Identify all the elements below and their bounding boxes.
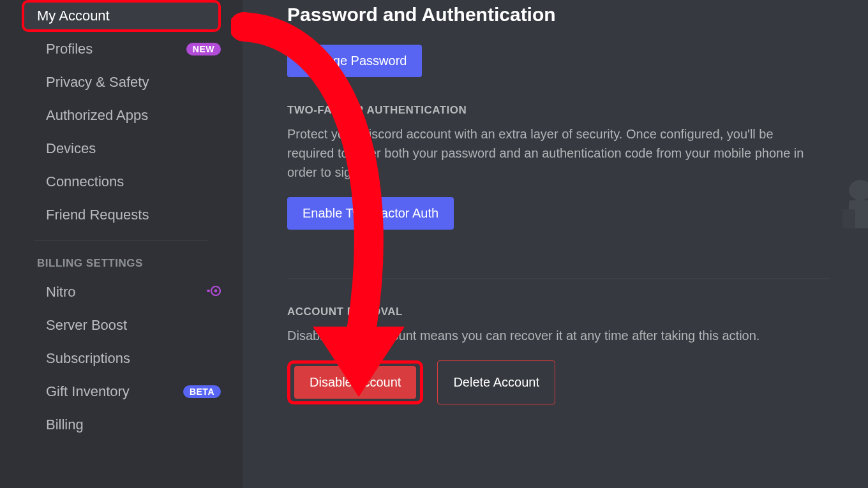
sidebar-item-billing[interactable]: Billing bbox=[9, 409, 234, 441]
svg-rect-2 bbox=[207, 290, 210, 292]
svg-point-3 bbox=[849, 180, 868, 200]
delete-account-button[interactable]: Delete Account bbox=[437, 360, 555, 404]
sidebar-item-profiles[interactable]: Profiles NEW bbox=[9, 33, 234, 65]
two-factor-description: Protect your Discord account with an ext… bbox=[287, 124, 811, 182]
decorative-illustration bbox=[831, 171, 868, 235]
sidebar-item-friend-requests[interactable]: Friend Requests bbox=[9, 199, 234, 231]
sidebar-item-subscriptions[interactable]: Subscriptions bbox=[9, 343, 234, 374]
section-divider bbox=[287, 278, 830, 279]
sidebar-item-label: Authorized Apps bbox=[46, 107, 148, 124]
sidebar-item-label: Subscriptions bbox=[46, 350, 130, 367]
new-badge: NEW bbox=[186, 43, 221, 55]
sidebar-item-label: Billing bbox=[46, 417, 84, 433]
sidebar-item-nitro[interactable]: Nitro bbox=[9, 276, 234, 308]
sidebar-section-header-billing: BILLING SETTINGS bbox=[0, 249, 243, 275]
sidebar-item-label: My Account bbox=[37, 8, 110, 24]
nitro-icon bbox=[207, 286, 221, 299]
disable-account-button[interactable]: Disable Account bbox=[294, 366, 416, 399]
sidebar-item-connections[interactable]: Connections bbox=[9, 166, 234, 198]
account-removal-buttons: Disable Account Delete Account bbox=[287, 360, 830, 404]
settings-main-panel: Password and Authentication Change Passw… bbox=[243, 0, 868, 488]
svg-rect-5 bbox=[842, 209, 855, 228]
sidebar-item-label: Nitro bbox=[46, 284, 75, 300]
sidebar-item-label: Gift Inventory bbox=[46, 383, 130, 400]
annotation-highlight-disable: Disable Account bbox=[287, 360, 423, 404]
page-title: Password and Authentication bbox=[287, 0, 830, 26]
account-removal-header: ACCOUNT REMOVAL bbox=[287, 306, 830, 318]
sidebar-item-authorized-apps[interactable]: Authorized Apps bbox=[9, 100, 234, 131]
beta-badge: BETA bbox=[183, 385, 221, 398]
sidebar-item-label: Connections bbox=[46, 174, 124, 190]
sidebar-item-gift-inventory[interactable]: Gift Inventory BETA bbox=[9, 376, 234, 408]
account-removal-description: Disabling your account means you can rec… bbox=[287, 326, 811, 345]
sidebar-item-label: Profiles bbox=[46, 41, 93, 57]
sidebar-divider bbox=[34, 240, 208, 240]
svg-point-1 bbox=[214, 289, 218, 292]
sidebar-item-my-account[interactable]: My Account bbox=[22, 0, 221, 32]
two-factor-header: TWO-FACTOR AUTHENTICATION bbox=[287, 104, 830, 117]
sidebar-item-label: Devices bbox=[46, 140, 96, 157]
sidebar-item-label: Privacy & Safety bbox=[46, 74, 149, 91]
change-password-button[interactable]: Change Password bbox=[287, 45, 422, 77]
enable-two-factor-button[interactable]: Enable Two-Factor Auth bbox=[287, 197, 454, 230]
sidebar-item-server-boost[interactable]: Server Boost bbox=[9, 309, 234, 341]
sidebar-item-privacy-safety[interactable]: Privacy & Safety bbox=[9, 66, 234, 98]
sidebar-item-label: Friend Requests bbox=[46, 207, 149, 223]
settings-sidebar: My Account Profiles NEW Privacy & Safety… bbox=[0, 0, 243, 488]
sidebar-item-devices[interactable]: Devices bbox=[9, 133, 234, 165]
sidebar-item-label: Server Boost bbox=[46, 317, 127, 334]
